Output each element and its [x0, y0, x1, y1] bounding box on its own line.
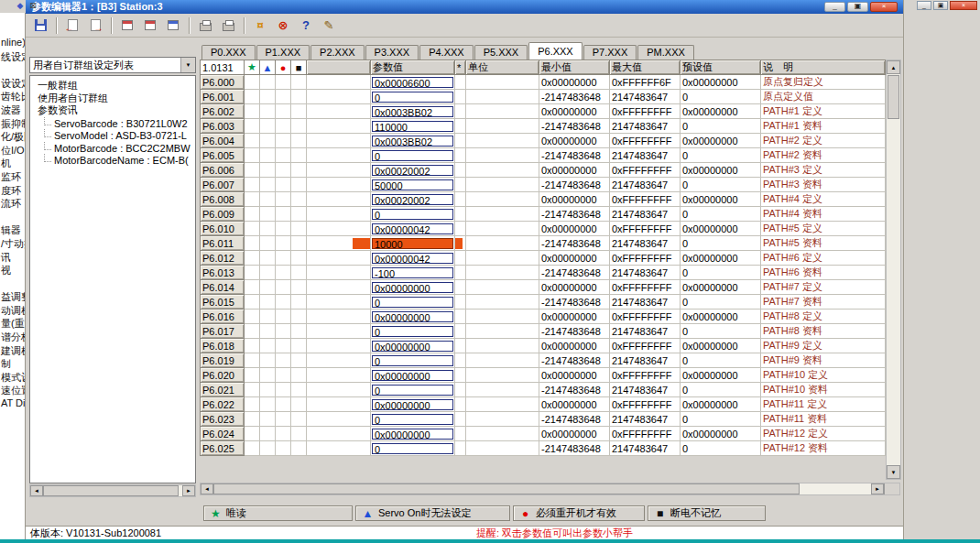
sidebar-horizontal-scrollbar[interactable]: ◄ ► [29, 484, 196, 497]
param-value-input[interactable]: 0x00000000 [372, 341, 453, 352]
search-button[interactable]: ⊗ [273, 16, 293, 35]
param-value-input[interactable]: 0x0003BB02 [372, 106, 453, 117]
tree-item[interactable]: MotorBarcodeName : ECM-B( [30, 154, 195, 167]
param-value-input[interactable]: 0 [372, 150, 453, 161]
param-id-cell[interactable]: P6.012 [201, 251, 245, 266]
param-value-input[interactable]: 0 [372, 326, 453, 337]
tree-item[interactable]: 使用者自订群组 [30, 92, 195, 105]
scroll-up-button[interactable]: ▲ [887, 60, 900, 74]
print-button[interactable] [195, 16, 215, 35]
param-id-cell[interactable]: P6.005 [201, 148, 245, 163]
param-value-input[interactable]: 0 [372, 355, 453, 366]
param-id-cell[interactable]: P6.016 [201, 310, 245, 324]
param-id-cell[interactable]: P6.000 [201, 75, 245, 90]
param-id-cell[interactable]: P6.024 [201, 427, 245, 441]
read-parameters-button[interactable] [62, 16, 82, 35]
tree-item[interactable]: MotorBarcode : BCC2C2MBW [30, 142, 195, 155]
vertical-scrollbar[interactable]: ▲ ▼ [886, 60, 901, 480]
param-id-cell[interactable]: P6.011 [201, 236, 245, 251]
restore-button[interactable]: ▣ [847, 2, 868, 12]
scroll-left-button[interactable]: ◄ [201, 483, 213, 494]
param-id-cell[interactable]: P6.023 [201, 412, 245, 427]
param-id-cell[interactable]: P6.013 [201, 266, 245, 280]
tree-item[interactable]: ServoBarcode : B30721L0W2 [30, 117, 195, 130]
scroll-track[interactable] [887, 120, 900, 465]
param-value-input[interactable]: 50000 [372, 179, 453, 190]
save-button[interactable] [30, 16, 50, 35]
table-horizontal-scrollbar[interactable]: ◄ ► [200, 483, 900, 495]
param-id-cell[interactable]: P6.002 [201, 104, 245, 119]
param-id-cell[interactable]: P6.003 [201, 119, 245, 134]
parameter-table-button[interactable] [163, 16, 183, 35]
tab-P0.XXX[interactable]: P0.XXX [201, 45, 256, 60]
tree-item[interactable]: 参数资讯 [30, 104, 195, 117]
tab-P1.XXX[interactable]: P1.XXX [256, 45, 310, 60]
tree-item[interactable]: ServoModel : ASD-B3-0721-L [30, 129, 195, 142]
param-id-cell[interactable]: P6.007 [201, 178, 245, 192]
scroll-right-button[interactable]: ► [182, 485, 195, 496]
param-value-input[interactable]: 0 [372, 385, 453, 396]
param-id-cell[interactable]: P6.001 [201, 90, 245, 104]
tab-PM.XXX[interactable]: PM.XXX [637, 45, 694, 60]
tab-P6.XXX[interactable]: P6.XXX [528, 42, 583, 60]
close-button[interactable]: × [870, 2, 898, 12]
param-value-input[interactable]: 0x00000000 [372, 311, 453, 322]
tree-item[interactable]: 一般群组 [30, 80, 195, 92]
print-preview-button[interactable] [218, 16, 238, 35]
param-value-input[interactable]: 0x00000042 [372, 223, 453, 234]
param-id-cell[interactable]: P6.022 [201, 397, 245, 412]
param-value-input[interactable]: 0x0003BB02 [372, 136, 453, 147]
close-box-icon[interactable]: ⊠ [27, 0, 38, 11]
param-id-cell[interactable]: P6.017 [201, 324, 245, 339]
param-id-cell[interactable]: P6.015 [201, 295, 245, 310]
param-id-cell[interactable]: P6.009 [201, 207, 245, 222]
param-value-input[interactable]: 0x00020002 [372, 165, 453, 176]
param-value-input[interactable]: 0x00000000 [372, 282, 453, 293]
help-button[interactable]: ? [296, 16, 316, 35]
param-value-input[interactable]: -100 [372, 267, 453, 278]
compare-parameters-button[interactable] [117, 16, 137, 35]
scroll-right-button[interactable]: ► [871, 483, 884, 494]
param-value-input[interactable]: 110000 [372, 121, 453, 132]
group-list-dropdown[interactable]: 用者自订群组设定列表 ▼ [29, 57, 196, 73]
param-value-input[interactable]: 0x00006600 [372, 77, 453, 88]
param-id-cell[interactable]: P6.004 [201, 134, 245, 148]
password-button[interactable]: ¤ [250, 16, 270, 35]
scroll-left-button[interactable]: ◄ [30, 485, 43, 496]
param-id-cell[interactable]: P6.025 [201, 441, 245, 456]
tab-P2.XXX[interactable]: P2.XXX [310, 45, 365, 60]
param-value-input[interactable]: 0x00000000 [372, 370, 453, 381]
parent-close-button[interactable]: × [950, 1, 977, 10]
window-menu-icon[interactable]: ◆ [15, 0, 26, 11]
edit-button[interactable]: ✎ [319, 16, 339, 35]
param-value-input[interactable]: 0 [372, 92, 453, 103]
param-value-input[interactable]: 0x00020002 [372, 194, 453, 205]
param-value-input[interactable]: 0 [372, 414, 453, 425]
parent-restore-button[interactable]: ▣ [933, 1, 948, 10]
param-value-input[interactable]: 0x00000042 [372, 253, 453, 264]
param-id-cell[interactable]: P6.014 [201, 280, 245, 295]
write-parameters-button[interactable] [85, 16, 105, 35]
param-value-input[interactable]: 0 [372, 209, 453, 220]
param-value-input[interactable]: 0 [372, 297, 453, 308]
param-id-cell[interactable]: P6.020 [201, 368, 245, 383]
tab-P3.XXX[interactable]: P3.XXX [365, 45, 419, 60]
param-value-input[interactable]: 10000 [372, 238, 453, 249]
param-id-cell[interactable]: P6.010 [201, 222, 245, 236]
parent-minimize-button[interactable]: _ [917, 1, 931, 10]
scroll-thumb[interactable] [213, 483, 800, 494]
param-value-input[interactable]: 0x00000000 [372, 399, 453, 410]
tab-P7.XXX[interactable]: P7.XXX [583, 45, 637, 60]
param-id-cell[interactable]: P6.018 [201, 339, 245, 353]
minimize-button[interactable]: _ [824, 2, 845, 12]
param-id-cell[interactable]: P6.006 [201, 163, 245, 178]
default-parameters-button[interactable] [140, 16, 160, 35]
param-id-cell[interactable]: P6.021 [201, 383, 245, 397]
param-id-cell[interactable]: P6.019 [201, 353, 245, 368]
tab-P5.XXX[interactable]: P5.XXX [474, 45, 528, 60]
param-value-input[interactable]: 0x00000000 [372, 429, 453, 440]
scroll-thumb[interactable] [887, 75, 899, 119]
scroll-thumb[interactable] [43, 485, 179, 496]
param-value-input[interactable]: 0 [372, 443, 453, 454]
scroll-down-button[interactable]: ▼ [887, 465, 900, 479]
